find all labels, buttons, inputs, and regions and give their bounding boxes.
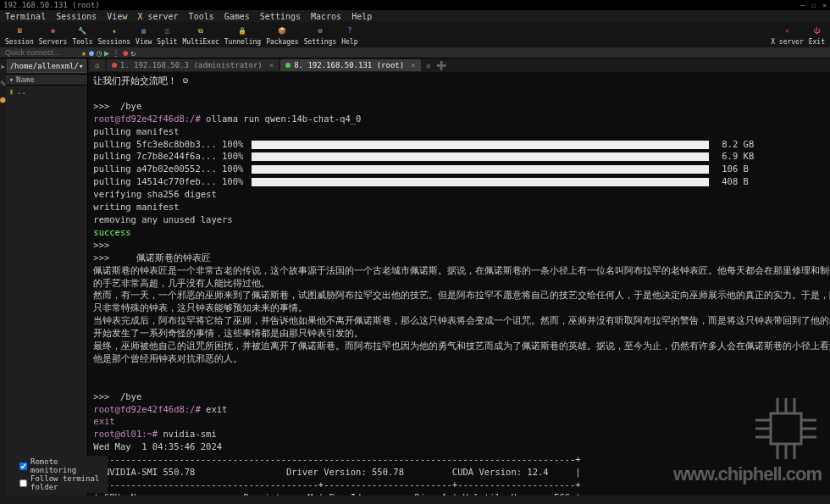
maximize-button[interactable]: ☐ bbox=[811, 2, 816, 9]
menu-settings[interactable]: Settings bbox=[260, 12, 301, 20]
record-icon[interactable]: ● bbox=[123, 48, 128, 58]
title: 192.168.50.131 (root) bbox=[3, 1, 100, 9]
remote-monitoring-label: Remote monitoring bbox=[30, 457, 104, 474]
tab[interactable]: ⌂ bbox=[90, 59, 104, 71]
action-icon[interactable]: ⋮ bbox=[112, 48, 120, 58]
globe-icon[interactable]: ● bbox=[89, 48, 94, 58]
close-icon[interactable]: × bbox=[411, 61, 415, 69]
path-text: /home/allenxml/ bbox=[10, 62, 79, 70]
tab[interactable]: 8. 192.168.50.131 (root)× bbox=[280, 59, 420, 71]
path-combo[interactable]: /home/allenxml/ ▾ bbox=[7, 59, 87, 73]
tool-servers[interactable]: ●Servers bbox=[39, 25, 68, 46]
minimize-button[interactable]: — bbox=[801, 2, 805, 9]
toolbar: 🖥Session●Servers🔧Tools★Sessions▦View◫Spl… bbox=[0, 22, 830, 47]
menu-help[interactable]: Help bbox=[351, 12, 372, 20]
action-icon[interactable]: ▶ bbox=[104, 48, 109, 58]
tool-tools[interactable]: 🔧Tools bbox=[72, 25, 92, 46]
fav-icon[interactable]: ★ bbox=[81, 48, 86, 58]
tool-view[interactable]: ▦View bbox=[136, 25, 152, 46]
tool-help[interactable]: ?Help bbox=[341, 25, 357, 46]
tool-settings[interactable]: ⚙Settings bbox=[304, 25, 337, 46]
file-up[interactable]: ▮ .. bbox=[6, 86, 88, 97]
tool-session[interactable]: 🖥Session bbox=[5, 25, 34, 46]
menu-tools[interactable]: Tools bbox=[189, 12, 214, 20]
send-icon[interactable]: ➤ bbox=[0, 62, 6, 73]
tool-exit[interactable]: ⏻Exit bbox=[809, 25, 825, 46]
tabbar: ⌂1. 192.168.50.3 (administrator)×8. 192.… bbox=[88, 58, 830, 72]
tool-split[interactable]: ◫Split bbox=[157, 25, 177, 46]
name-header[interactable]: Name bbox=[16, 75, 35, 84]
action-icon[interactable]: ↻ bbox=[130, 48, 136, 58]
folder-icon: ▮ bbox=[9, 87, 14, 96]
tool-multiexec[interactable]: ⧉MultiExec bbox=[182, 25, 219, 46]
menu-terminal[interactable]: Terminal bbox=[5, 12, 46, 20]
terminal[interactable]: 让我们开始交流吧！ ☺ >>> /bye root@fd92e42f46d8:/… bbox=[88, 72, 830, 496]
tool-x-server[interactable]: ✕X server bbox=[771, 25, 804, 46]
tool-sessions[interactable]: ★Sessions bbox=[98, 25, 131, 46]
follow-folder-label: Follow terminal folder bbox=[30, 474, 104, 491]
clock-icon[interactable]: ◷ bbox=[97, 48, 102, 58]
close-button[interactable]: ✕ bbox=[822, 2, 827, 9]
tool-packages[interactable]: 📦Packages bbox=[266, 25, 299, 46]
menu-macros[interactable]: Macros bbox=[311, 12, 341, 20]
record-icon[interactable]: ● bbox=[0, 94, 6, 105]
tool-tunneling[interactable]: 🔒Tunneling bbox=[224, 25, 261, 46]
menu-view[interactable]: View bbox=[107, 12, 127, 20]
menu-games[interactable]: Games bbox=[224, 12, 250, 20]
nav-icon[interactable]: ✎ bbox=[0, 78, 6, 89]
remote-monitoring-checkbox[interactable] bbox=[19, 462, 27, 470]
tab[interactable]: 1. 192.168.50.3 (administrator)× bbox=[107, 59, 279, 71]
menubar: TerminalSessionsViewX serverToolsGamesSe… bbox=[0, 10, 830, 22]
menu-x-server[interactable]: X server bbox=[137, 12, 178, 20]
tab-add[interactable]: ✕ ➕ bbox=[423, 61, 450, 70]
follow-folder-checkbox[interactable] bbox=[19, 479, 27, 487]
quick-connect-input[interactable] bbox=[5, 48, 73, 57]
close-icon[interactable]: × bbox=[269, 61, 274, 69]
menu-sessions[interactable]: Sessions bbox=[56, 12, 97, 20]
